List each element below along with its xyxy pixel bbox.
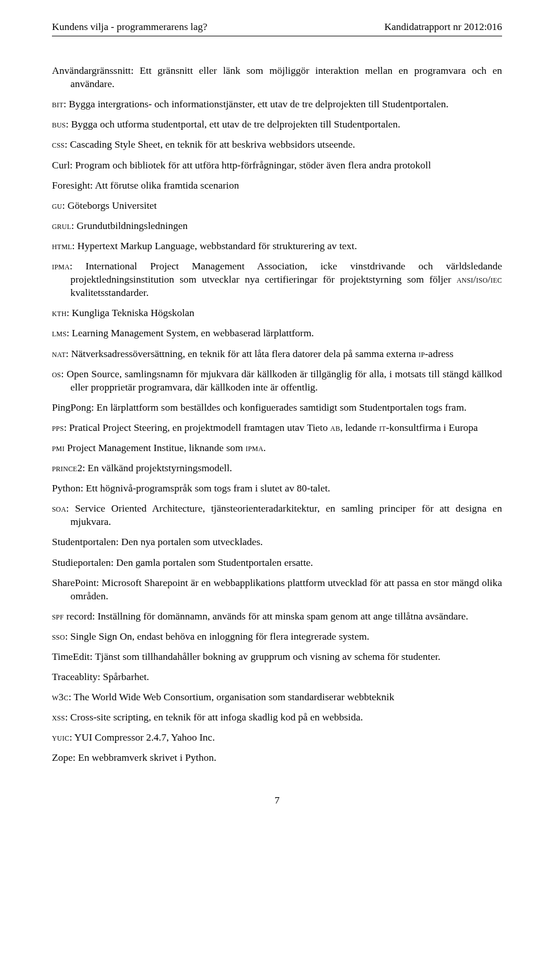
glossary-item: SharePoint: Microsoft Sharepoint är en w… [52,576,502,603]
term-sc: bit [52,98,63,110]
term-sc: w3c [52,691,69,703]
inline-sc: it [379,422,386,433]
glossary-item: Foresight: Att förutse olika framtida sc… [52,179,502,192]
inline-sc: ip [418,348,425,359]
term-desc: : Bygga intergrations- och informationst… [63,98,448,110]
term-desc: : Pratical Project Steering, en projektm… [64,422,331,433]
term-sc: prince [52,462,77,474]
inline-sc: ansi/iso/iec [456,273,502,285]
term-sc: bus [52,118,66,130]
term-desc: , ledande [340,422,379,433]
term-sc: yuic [52,731,69,743]
term-sc: nat [52,348,66,359]
term-desc: : The World Wide Web Consortium, organis… [69,691,395,703]
term-desc: -konsultfirma i Europa [386,422,478,433]
glossary-item: html: Hypertext Markup Language, webbsta… [52,239,502,253]
glossary-item: kth: Kungliga Tekniska Högskolan [52,306,502,320]
glossary-item: Traceablity: Spårbarhet. [52,670,502,684]
glossary-item: Curl: Program och bibliotek för att utfö… [52,159,502,172]
term-desc: : YUI Compressor 2.4.7, Yahoo Inc. [69,731,215,743]
term-desc: 2: En välkänd projektstyrningsmodell. [77,462,232,474]
glossary-item: bit: Bygga intergrations- och informatio… [52,97,502,111]
glossary-item: Användargränssnitt: Ett gränsnitt eller … [52,64,502,91]
glossary-item: nat: Nätverksadressöversättning, en tekn… [52,347,502,361]
glossary-item: spf record: Inställning för domännamn, a… [52,610,502,623]
glossary-item: pmi Project Management Institue, liknand… [52,441,502,455]
term-sc: gu [52,200,62,211]
term-sc: css [52,138,65,150]
glossary-item: Studentportalen: Den nya portalen som ut… [52,535,502,549]
glossary-item: Studieportalen: Den gamla portalen som S… [52,556,502,569]
term-desc: . [263,442,265,453]
glossary-item: w3c: The World Wide Web Consortium, orga… [52,690,502,704]
glossary-item: Python: Ett högnivå-programspråk som tog… [52,482,502,495]
glossary-item: bus: Bygga och utforma studentportal, et… [52,118,502,131]
glossary-item: PingPong: En lärplattform som beställdes… [52,401,502,414]
term-desc: : Cross-site scripting, en teknik för at… [65,711,363,723]
term-desc: -adress [425,348,454,359]
term-sc: spf [52,610,64,622]
inline-sc: ipma [245,442,263,453]
term-sc: kth [52,307,66,318]
glossary-item: TimeEdit: Tjänst som tillhandahåller bok… [52,650,502,663]
glossary-item: xss: Cross-site scripting, en teknik för… [52,711,502,724]
header-right: Kandidatrapport nr 2012:016 [384,20,502,33]
term-sc: os [52,368,61,380]
glossary-list: Användargränssnitt: Ett gränsnitt eller … [52,64,502,764]
term-desc: : Kungliga Tekniska Högskolan [66,307,194,318]
header-left: Kundens vilja - programmerarens lag? [52,20,207,33]
term-desc: : Single Sign On, endast behöva en inlog… [65,630,369,642]
term-sc: xss [52,711,65,723]
glossary-item: gu: Göteborgs Universitet [52,199,502,212]
term-sc: pps [52,422,64,433]
term-desc: record: Inställning för domännamn, använ… [64,610,469,622]
term-desc: : Bygga och utforma studentportal, ett u… [66,118,400,130]
term-desc: : Nätverksadressöversättning, en teknik … [66,348,418,359]
term-sc: ipma [52,260,70,272]
term-sc: lms [52,327,66,339]
term-desc: : International Project Management Assoc… [70,260,502,285]
term-desc: : Göteborgs Universitet [62,200,157,211]
term-desc: : Grundutbildningsledningen [71,220,188,231]
term-desc: : Cascading Style Sheet, en teknik för a… [65,138,355,150]
glossary-item: lms: Learning Management System, en webb… [52,326,502,340]
glossary-item: grul: Grundutbildningsledningen [52,219,502,232]
page: Kundens vilja - programmerarens lag? Kan… [0,0,554,980]
term-sc: grul [52,220,71,231]
term-desc: : Open Source, samlingsnamn för mjukvara… [61,368,502,393]
term-desc: : Hypertext Markup Language, webbstandar… [72,240,357,251]
glossary-item: os: Open Source, samlingsnamn för mjukva… [52,367,502,394]
inline-sc: ab [330,422,340,433]
glossary-item: ipma: International Project Management A… [52,260,502,299]
glossary-item: yuic: YUI Compressor 2.4.7, Yahoo Inc. [52,731,502,744]
term-sc: html [52,240,72,251]
glossary-item: Zope: En webbramverk skrivet i Python. [52,751,502,764]
glossary-item: css: Cascading Style Sheet, en teknik fö… [52,138,502,151]
glossary-item: prince2: En välkänd projektstyrningsmode… [52,461,502,475]
term-sc: sso [52,630,65,642]
term-desc: : Learning Management System, en webbase… [66,327,314,339]
page-header: Kundens vilja - programmerarens lag? Kan… [52,20,502,36]
term-sc: soa [52,502,66,514]
glossary-item: pps: Pratical Project Steering, en proje… [52,421,502,434]
page-number: 7 [52,794,502,807]
term-desc: Project Management Institue, liknande so… [65,442,245,453]
glossary-item: sso: Single Sign On, endast behöva en in… [52,630,502,643]
term-desc: kvalitetsstandarder. [70,287,149,298]
glossary-item: soa: Service Oriented Architecture, tjän… [52,502,502,528]
term-sc: pmi [52,442,65,453]
term-desc: : Service Oriented Architecture, tjänste… [66,502,502,527]
